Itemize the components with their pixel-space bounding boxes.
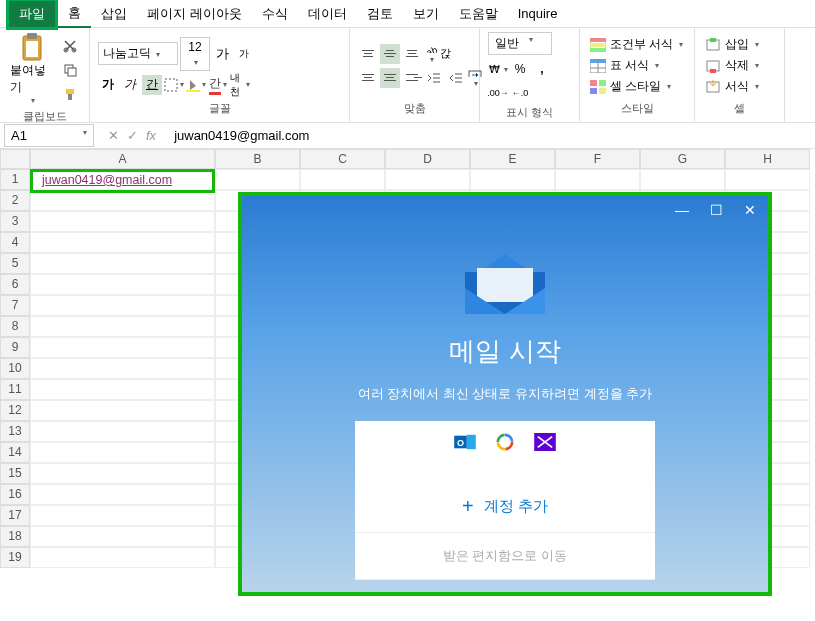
decrease-decimal-button[interactable]: ←.0 xyxy=(510,83,530,103)
col-header-e[interactable]: E xyxy=(470,149,555,169)
col-header-a[interactable]: A xyxy=(30,149,215,169)
row-header[interactable]: 7 xyxy=(0,295,30,316)
minimize-button[interactable]: — xyxy=(674,202,690,218)
row-header[interactable]: 6 xyxy=(0,274,30,295)
row-header[interactable]: 3 xyxy=(0,211,30,232)
cell[interactable] xyxy=(385,169,470,190)
cell[interactable] xyxy=(30,547,215,568)
tab-data[interactable]: 데이터 xyxy=(298,1,357,27)
align-right-button[interactable] xyxy=(402,68,422,88)
phonetic-button[interactable]: 내천▾ xyxy=(230,75,250,95)
fill-color-button[interactable]: ▾ xyxy=(186,75,206,95)
copy-button[interactable] xyxy=(59,59,81,81)
bold-button[interactable]: 가 xyxy=(98,75,118,95)
row-header[interactable]: 10 xyxy=(0,358,30,379)
increase-font-button[interactable]: 가 xyxy=(212,44,232,64)
cell[interactable] xyxy=(470,169,555,190)
cell[interactable] xyxy=(30,337,215,358)
cell[interactable] xyxy=(30,253,215,274)
align-top-button[interactable] xyxy=(358,44,378,64)
cell[interactable] xyxy=(30,421,215,442)
close-button[interactable]: ✕ xyxy=(742,202,758,218)
increase-indent-button[interactable] xyxy=(446,68,466,88)
row-header[interactable]: 19 xyxy=(0,547,30,568)
wrap-text-button[interactable]: 갅 xyxy=(440,44,451,64)
enter-formula-button[interactable]: ✓ xyxy=(127,128,138,143)
align-left-button[interactable] xyxy=(358,68,378,88)
tab-review[interactable]: 검토 xyxy=(357,1,403,27)
tab-view[interactable]: 보기 xyxy=(403,1,449,27)
row-header[interactable]: 2 xyxy=(0,190,30,211)
row-header[interactable]: 11 xyxy=(0,379,30,400)
comma-button[interactable]: , xyxy=(532,59,552,79)
tab-formulas[interactable]: 수식 xyxy=(252,1,298,27)
row-header[interactable]: 17 xyxy=(0,505,30,526)
underline-button[interactable]: 간 xyxy=(142,75,162,95)
row-header[interactable]: 15 xyxy=(0,463,30,484)
row-header[interactable]: 5 xyxy=(0,253,30,274)
cell[interactable] xyxy=(30,358,215,379)
delete-cells-button[interactable]: 삭제▾ xyxy=(703,56,761,75)
cell[interactable] xyxy=(30,526,215,547)
percent-button[interactable]: % xyxy=(510,59,530,79)
tab-home[interactable]: 홈 xyxy=(58,0,91,28)
cell[interactable] xyxy=(30,316,215,337)
orientation-button[interactable]: ab▾ xyxy=(424,44,438,64)
cell-style-button[interactable]: 셀 스타일▾ xyxy=(588,77,685,96)
row-header[interactable]: 14 xyxy=(0,442,30,463)
cancel-formula-button[interactable]: ✕ xyxy=(108,128,119,143)
border-button[interactable]: ▾ xyxy=(164,75,184,95)
cell[interactable] xyxy=(30,505,215,526)
format-painter-button[interactable] xyxy=(59,83,81,105)
row-header[interactable]: 12 xyxy=(0,400,30,421)
accounting-button[interactable]: ₩▾ xyxy=(488,59,508,79)
paste-button[interactable]: 붙여넣기▾ xyxy=(8,32,55,107)
increase-decimal-button[interactable]: .00→ xyxy=(488,83,508,103)
row-header[interactable]: 18 xyxy=(0,526,30,547)
col-header-c[interactable]: C xyxy=(300,149,385,169)
row-header[interactable]: 9 xyxy=(0,337,30,358)
cut-button[interactable] xyxy=(59,35,81,57)
conditional-format-button[interactable]: 조건부 서식▾ xyxy=(588,35,685,54)
cell[interactable] xyxy=(30,211,215,232)
cell[interactable] xyxy=(300,169,385,190)
font-size-select[interactable]: 12 ▾ xyxy=(180,37,210,71)
number-format-select[interactable]: 일반 ▾ xyxy=(488,32,552,55)
fx-button[interactable]: fx xyxy=(146,128,156,143)
col-header-b[interactable]: B xyxy=(215,149,300,169)
cell[interactable] xyxy=(30,379,215,400)
row-header[interactable]: 16 xyxy=(0,484,30,505)
row-header[interactable]: 1 xyxy=(0,169,30,190)
select-all-corner[interactable] xyxy=(0,149,30,169)
cell[interactable] xyxy=(640,169,725,190)
align-middle-button[interactable] xyxy=(380,44,400,64)
font-name-select[interactable]: 나눔고딕 ▾ xyxy=(98,42,178,65)
cell[interactable] xyxy=(555,169,640,190)
col-header-d[interactable]: D xyxy=(385,149,470,169)
table-format-button[interactable]: 표 서식▾ xyxy=(588,56,685,75)
cell[interactable] xyxy=(725,169,810,190)
row-header[interactable]: 8 xyxy=(0,316,30,337)
maximize-button[interactable]: ☐ xyxy=(708,202,724,218)
col-header-f[interactable]: F xyxy=(555,149,640,169)
cell[interactable] xyxy=(30,484,215,505)
decrease-indent-button[interactable] xyxy=(424,68,444,88)
italic-button[interactable]: 가 xyxy=(120,75,140,95)
font-color-button[interactable]: 간▾ xyxy=(208,75,228,95)
formula-input[interactable] xyxy=(166,125,815,146)
tab-inquire[interactable]: Inquire xyxy=(508,2,568,25)
cell[interactable] xyxy=(30,295,215,316)
cell[interactable] xyxy=(30,400,215,421)
col-header-g[interactable]: G xyxy=(640,149,725,169)
col-header-h[interactable]: H xyxy=(725,149,810,169)
cell[interactable] xyxy=(30,463,215,484)
name-box[interactable]: A1 ▾ xyxy=(4,124,94,147)
cell[interactable] xyxy=(215,169,300,190)
tab-insert[interactable]: 삽입 xyxy=(91,1,137,27)
tab-help[interactable]: 도움말 xyxy=(449,1,508,27)
add-account-button[interactable]: + 계정 추가 xyxy=(355,481,655,533)
format-cells-button[interactable]: 서식▾ xyxy=(703,77,761,96)
goto-inbox-button[interactable]: 받은 편지함으로 이동 xyxy=(355,533,655,580)
tab-file[interactable]: 파일 xyxy=(6,0,58,30)
row-header[interactable]: 4 xyxy=(0,232,30,253)
